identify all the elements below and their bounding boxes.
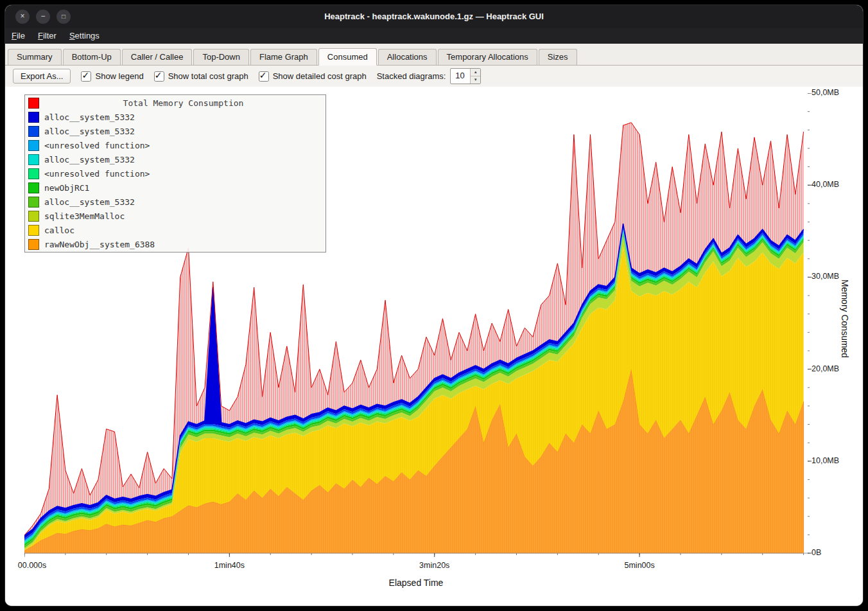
tab-summary[interactable]: Summary — [8, 49, 62, 65]
stacked-diagrams-label: Stacked diagrams: — [377, 71, 446, 81]
y-axis-tick-label: 30,0MB — [812, 272, 839, 281]
x-axis-tick-label: 00.000s — [6, 561, 58, 570]
legend-row: sqlite3MemMalloc — [25, 209, 326, 223]
legend-label: <unresolved function> — [44, 141, 150, 150]
legend-label: alloc__system_5332 — [44, 127, 135, 136]
legend-row: <unresolved function> — [25, 138, 326, 152]
legend-swatch — [28, 154, 39, 165]
spin-up-button[interactable]: ▲ — [471, 69, 480, 76]
check-icon: ✓ — [259, 70, 267, 80]
legend-label: sqlite3MemMalloc — [44, 211, 125, 221]
legend-swatch — [28, 239, 39, 250]
legend-row: alloc__system_5332 — [25, 152, 326, 166]
spin-down-button[interactable]: ▼ — [471, 76, 480, 84]
app-window: × − □ Heaptrack - heaptrack.wakunode.1.g… — [5, 5, 863, 606]
check-icon: ✓ — [155, 70, 162, 80]
legend-label: newObjRC1 — [44, 183, 89, 193]
legend-row: calloc — [25, 223, 326, 237]
checkbox-label: Show detailed cost graph — [273, 71, 367, 81]
stacked-diagrams-spinbox[interactable]: 10 ▲ ▼ — [450, 68, 481, 84]
toolbar-checkboxes: ✓Show legend✓Show total cost graph✓Show … — [81, 71, 366, 82]
legend-swatch — [28, 98, 39, 109]
legend-swatch — [28, 126, 39, 137]
y-axis-tick-label: 20,0MB — [812, 364, 839, 373]
tab-top-down[interactable]: Top-Down — [193, 49, 249, 65]
legend-swatch — [28, 211, 39, 222]
tab-bottom-up[interactable]: Bottom-Up — [63, 49, 121, 65]
checkbox-label: Show legend — [95, 71, 143, 81]
spinbox-value: 10 — [451, 69, 470, 84]
legend-label: calloc — [44, 226, 74, 235]
legend-swatch — [28, 182, 39, 193]
x-axis-tick-label: 1min40s — [204, 561, 255, 570]
checkbox-show-detailed-cost-graph[interactable]: ✓Show detailed cost graph — [259, 71, 367, 82]
legend-row: alloc__system_5332 — [25, 124, 326, 138]
legend-row: alloc__system_5332 — [25, 195, 326, 209]
legend-row: <unresolved function> — [25, 166, 326, 181]
legend-title-row: Total Memory Consumption — [25, 96, 326, 110]
tab-flame-graph[interactable]: Flame Graph — [250, 49, 317, 65]
chevron-down-icon: ▼ — [474, 78, 478, 82]
checkbox-box[interactable]: ✓ — [259, 71, 269, 82]
chart-legend: Total Memory Consumptionalloc__system_53… — [24, 94, 326, 252]
tab-sizes[interactable]: Sizes — [539, 49, 577, 65]
x-axis-tick-label: 5min00s — [614, 561, 665, 570]
legend-label: rawNewObj__system_6388 — [44, 240, 155, 249]
window-title: Heaptrack - heaptrack.wakunode.1.gz — He… — [5, 5, 863, 28]
legend-swatch — [28, 197, 39, 208]
legend-label: alloc__system_5332 — [44, 197, 135, 207]
legend-label: alloc__system_5332 — [44, 155, 135, 164]
legend-swatch — [28, 140, 39, 151]
y-axis-tick-label: 50,0MB — [812, 88, 839, 97]
legend-swatch — [28, 112, 39, 123]
check-icon: ✓ — [82, 70, 89, 80]
checkbox-box[interactable]: ✓ — [154, 71, 164, 82]
x-axis-tick-label: 3min20s — [409, 561, 460, 570]
chevron-up-icon: ▲ — [474, 70, 478, 74]
menu-settings[interactable]: Settings — [63, 28, 106, 44]
consumed-chart-panel: Total Memory Consumptionalloc__system_53… — [5, 87, 863, 606]
checkbox-box[interactable]: ✓ — [81, 71, 91, 82]
legend-row: alloc__system_5332 — [25, 110, 326, 124]
legend-label: alloc__system_5332 — [44, 112, 135, 122]
titlebar[interactable]: × − □ Heaptrack - heaptrack.wakunode.1.g… — [5, 5, 863, 28]
checkbox-show-legend[interactable]: ✓Show legend — [81, 71, 143, 82]
y-axis-tick-label: 40,0MB — [812, 180, 839, 189]
tab-temporary-allocations[interactable]: Temporary Allocations — [438, 49, 537, 65]
legend-row: rawNewObj__system_6388 — [25, 237, 326, 251]
y-axis-title: Memory Consumed — [840, 279, 850, 358]
export-as-button[interactable]: Export As... — [13, 69, 71, 84]
tab-caller-callee[interactable]: Caller / Callee — [122, 49, 193, 65]
tab-allocations[interactable]: Allocations — [378, 49, 437, 65]
legend-swatch — [28, 225, 39, 236]
legend-row: newObjRC1 — [25, 181, 326, 195]
menu-file[interactable]: File — [5, 28, 31, 44]
menu-filter[interactable]: Filter — [31, 28, 63, 44]
toolbar: Export As... ✓Show legend✓Show total cos… — [5, 66, 863, 87]
y-axis-tick-label: 10,0MB — [812, 456, 839, 465]
x-axis-title: Elapsed Time — [24, 578, 808, 588]
legend-swatch — [28, 168, 39, 179]
legend-label: Total Memory Consumption — [44, 98, 322, 108]
y-axis-tick-label: 0B — [812, 548, 821, 557]
legend-label: <unresolved function> — [44, 169, 150, 179]
tab-consumed[interactable]: Consumed — [318, 48, 377, 66]
checkbox-label: Show total cost graph — [168, 71, 248, 81]
stacked-diagrams-group: Stacked diagrams: 10 ▲ ▼ — [377, 68, 482, 84]
checkbox-show-total-cost-graph[interactable]: ✓Show total cost graph — [154, 71, 248, 82]
tab-bar: SummaryBottom-UpCaller / CalleeTop-DownF… — [5, 44, 863, 66]
menubar: File Filter Settings — [5, 28, 863, 44]
